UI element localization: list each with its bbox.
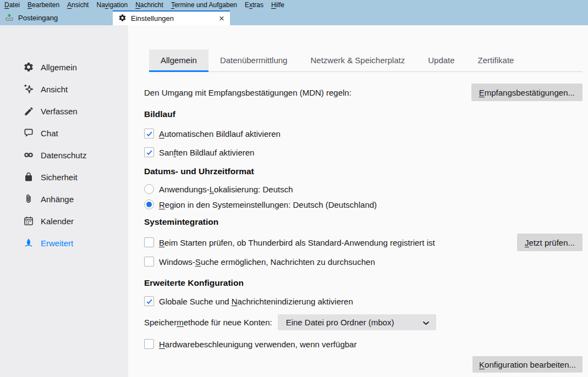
windows-search-label[interactable]: Windows-Suche ermöglichen, Nachrichten z… — [159, 257, 375, 267]
sidebar-item-label: Erweitert — [41, 239, 73, 248]
section-heading-systemintegration: Systemintegration — [144, 217, 582, 227]
smooth-scroll-row: Sanften Bildlauf aktivieren — [144, 147, 582, 157]
global-search-label[interactable]: Globale Suche und Nachrichtenindizierung… — [159, 297, 353, 306]
top-bar: Datei Bearbeiten Ansicht Navigation Nach… — [0, 0, 588, 25]
rocket-icon — [23, 237, 34, 248]
tab-label: Update — [428, 56, 454, 65]
store-type-select[interactable]: Eine Datei pro Ordner (mbox) — [278, 314, 436, 330]
sidebar-item-label: Kalender — [41, 217, 74, 226]
auto-scroll-label[interactable]: Automatischen Bildlauf aktivieren — [159, 129, 281, 138]
section-heading-erweiterte-konfiguration: Erweiterte Konfiguration — [144, 278, 582, 288]
sidebar-item-label: Verfassen — [41, 107, 78, 116]
section-heading-datumsformat: Datums- und Uhrzeitformat — [144, 167, 582, 176]
menu-datei[interactable]: Datei — [1, 0, 24, 10]
windows-search-checkbox[interactable] — [144, 257, 154, 267]
menu-nachricht[interactable]: Nachricht — [131, 0, 167, 10]
region-label[interactable]: Region in den Systemeinstellungen: Deuts… — [159, 200, 377, 209]
menu-hilfe[interactable]: Hilfe — [267, 0, 288, 10]
menu-bar: Datei Bearbeiten Ansicht Navigation Nach… — [0, 0, 588, 10]
chat-icon — [23, 127, 34, 138]
sidebar-item-verfassen[interactable]: Verfassen — [0, 100, 128, 122]
store-type-row: Speichermethode für neue Konten: Eine Da… — [144, 314, 582, 330]
smooth-scroll-label[interactable]: Sanften Bildlauf aktivieren — [159, 148, 254, 157]
sidebar-item-anhaenge[interactable]: Anhänge — [0, 188, 128, 210]
app-locale-radio[interactable] — [144, 184, 154, 194]
tab-label: Netzwerk & Speicherplatz — [310, 56, 405, 65]
sidebar-item-label: Datenschutz — [41, 151, 86, 160]
tab-allgemein[interactable]: Allgemein — [149, 49, 208, 72]
store-type-label: Speichermethode für neue Konten: — [144, 318, 272, 327]
lock-icon — [23, 171, 34, 182]
pencil-icon — [23, 106, 34, 117]
app-locale-label[interactable]: Anwendungs-Lokalisierung: Deutsch — [159, 185, 293, 194]
auto-scroll-row: Automatischen Bildlauf aktivieren — [144, 129, 582, 138]
menu-navigation[interactable]: Navigation — [92, 0, 131, 10]
auto-scroll-checkbox[interactable] — [144, 129, 154, 138]
menu-termine-und-aufgaben[interactable]: Termine und Aufgaben — [167, 0, 241, 10]
sidebar-item-label: Sicherheit — [41, 173, 78, 182]
hw-accel-checkbox[interactable] — [144, 339, 154, 349]
tab-label: Allgemein — [161, 56, 197, 65]
settings-content: Allgemein Datenübermittlung Netzwerk & S… — [128, 25, 588, 377]
menu-extras[interactable]: Extras — [241, 0, 267, 10]
konfiguration-bearbeiten-button[interactable]: Konfiguration bearbeiten... — [472, 356, 582, 373]
close-icon[interactable]: × — [219, 15, 224, 23]
sidebar-item-erweitert[interactable]: Erweitert — [0, 232, 128, 254]
sidebar-item-datenschutz[interactable]: Datenschutz — [0, 144, 128, 166]
sidebar-item-kalender[interactable]: Kalender — [0, 210, 128, 232]
sidebar-item-ansicht[interactable]: Ansicht — [0, 78, 128, 100]
smooth-scroll-checkbox[interactable] — [144, 147, 154, 157]
hw-accel-label[interactable]: Hardwarebeschleunigung verwenden, wenn v… — [159, 340, 356, 349]
tab-label: Zertifikate — [478, 56, 514, 65]
tab-posteingang[interactable]: Posteingang — [0, 10, 113, 25]
tab-update[interactable]: Update — [416, 49, 466, 72]
settings-sidebar: Allgemein Ansicht Verfassen Chat Datensc… — [0, 25, 128, 377]
store-type-value: Eine Datei pro Ordner (mbox) — [286, 318, 394, 327]
mdn-row: Den Umgang mit Empfangsbestätigungen (MD… — [144, 84, 582, 101]
inbox-icon — [5, 13, 14, 23]
calendar-icon — [23, 215, 34, 226]
tab-netzwerk-speicherplatz[interactable]: Netzwerk & Speicherplatz — [299, 49, 416, 72]
section-heading-bildlauf: Bildlauf — [144, 109, 582, 119]
menu-bearbeiten[interactable]: Bearbeiten — [24, 0, 63, 10]
gear-icon — [23, 62, 34, 73]
config-editor-row: Konfiguration bearbeiten... — [144, 356, 582, 373]
global-search-row: Globale Suche und Nachrichtenindizierung… — [144, 296, 582, 306]
global-search-checkbox[interactable] — [144, 296, 154, 306]
chevron-down-icon — [423, 318, 429, 327]
gear-icon — [118, 14, 127, 24]
sidebar-item-allgemein[interactable]: Allgemein — [0, 56, 128, 78]
thunderbird-settings-window: Datei Bearbeiten Ansicht Navigation Nach… — [0, 0, 588, 377]
sidebar-item-label: Ansicht — [41, 85, 68, 94]
jetzt-pruefen-button[interactable]: Jetzt prüfen... — [517, 234, 582, 251]
tab-label: Posteingang — [18, 14, 58, 22]
region-radio[interactable] — [144, 199, 154, 209]
sparkle-icon — [23, 84, 34, 95]
default-app-row: Beim Starten prüfen, ob Thunderbird als … — [144, 234, 582, 251]
tab-zertifikate[interactable]: Zertifikate — [466, 49, 526, 72]
sidebar-item-chat[interactable]: Chat — [0, 122, 128, 144]
sidebar-item-label: Allgemein — [41, 63, 77, 72]
mask-icon — [23, 149, 34, 160]
tab-datenuebermittlung[interactable]: Datenübermittlung — [208, 49, 299, 72]
region-row: Region in den Systemeinstellungen: Deuts… — [144, 199, 582, 209]
windows-search-row: Windows-Suche ermöglichen, Nachrichten z… — [144, 257, 582, 267]
tab-bar: Posteingang Einstellungen × — [0, 10, 588, 25]
tab-label: Einstellungen — [131, 14, 174, 23]
sidebar-item-label: Chat — [41, 129, 58, 138]
sidebar-item-label: Anhänge — [41, 195, 74, 204]
content-tab-strip: Allgemein Datenübermittlung Netzwerk & S… — [149, 49, 582, 72]
default-app-label[interactable]: Beim Starten prüfen, ob Thunderbird als … — [159, 238, 435, 247]
app-locale-row: Anwendungs-Lokalisierung: Deutsch — [144, 184, 582, 194]
tab-einstellungen[interactable]: Einstellungen × — [113, 10, 230, 25]
mdn-label: Den Umgang mit Empfangsbestätigungen (MD… — [144, 88, 351, 97]
empfangsbestaetigungen-button[interactable]: Empfangsbestätigungen... — [471, 84, 582, 101]
hw-accel-row: Hardwarebeschleunigung verwenden, wenn v… — [144, 339, 582, 349]
sidebar-item-sicherheit[interactable]: Sicherheit — [0, 166, 128, 188]
tab-label: Datenübermittlung — [220, 56, 288, 65]
menu-ansicht[interactable]: Ansicht — [63, 0, 92, 10]
default-app-checkbox[interactable] — [144, 237, 154, 247]
default-app-check-group: Beim Starten prüfen, ob Thunderbird als … — [144, 237, 435, 247]
paperclip-icon — [23, 193, 34, 204]
